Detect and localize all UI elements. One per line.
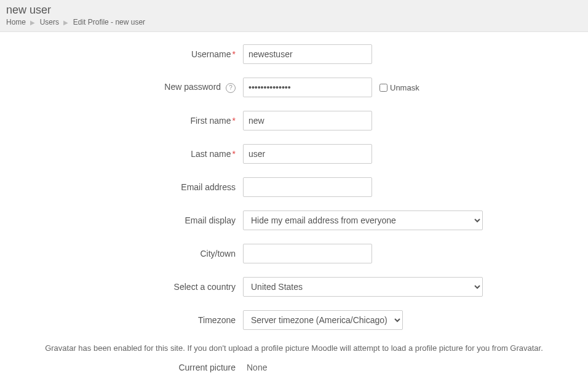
- unmask-checkbox[interactable]: [379, 84, 387, 92]
- timezone-label: Timezone: [0, 315, 243, 325]
- username-input[interactable]: [243, 44, 372, 64]
- city-label: City/town: [0, 249, 243, 259]
- password-input[interactable]: [243, 78, 372, 97]
- unmask-label: Unmask: [390, 83, 419, 92]
- current-picture-label: Current picture: [0, 363, 243, 372]
- timezone-select[interactable]: Server timezone (America/Chicago): [243, 310, 403, 330]
- last-name-label: Last name*: [0, 149, 243, 159]
- required-mark: *: [232, 49, 236, 59]
- help-icon[interactable]: ?: [226, 83, 236, 93]
- chevron-right-icon: ▶: [63, 19, 68, 26]
- first-name-input[interactable]: [243, 111, 372, 130]
- first-name-label: First name*: [0, 116, 243, 126]
- country-select[interactable]: United States: [243, 277, 483, 297]
- email-label: Email address: [0, 182, 243, 192]
- chevron-right-icon: ▶: [30, 19, 35, 26]
- required-mark: *: [232, 149, 236, 159]
- email-display-select[interactable]: Hide my email address from everyone: [243, 211, 483, 230]
- breadcrumb-users[interactable]: Users: [40, 18, 59, 26]
- page-title: new user: [6, 4, 582, 17]
- gravatar-note: Gravatar has been enabled for this site.…: [12, 343, 576, 353]
- username-label: Username*: [0, 49, 243, 59]
- header-bar: new user Home ▶ Users ▶ Edit Profile - n…: [0, 0, 588, 32]
- email-display-label: Email display: [0, 215, 243, 225]
- email-input[interactable]: [243, 177, 372, 197]
- password-label: New password ?: [0, 82, 243, 93]
- city-input[interactable]: [243, 244, 372, 263]
- breadcrumb-home[interactable]: Home: [6, 18, 26, 26]
- breadcrumb: Home ▶ Users ▶ Edit Profile - new user: [6, 18, 582, 26]
- required-mark: *: [232, 116, 236, 126]
- country-label: Select a country: [0, 282, 243, 292]
- breadcrumb-current: Edit Profile - new user: [73, 18, 145, 26]
- last-name-input[interactable]: [243, 144, 372, 164]
- edit-profile-form: Username* New password ? Unmask First na…: [0, 32, 588, 389]
- current-picture-value: None: [243, 363, 267, 372]
